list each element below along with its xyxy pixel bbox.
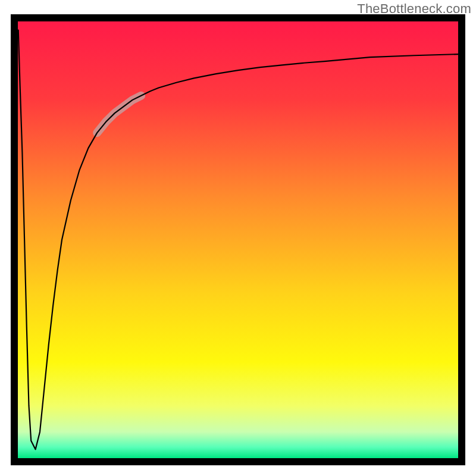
plot-frame [11, 14, 465, 465]
watermark-text: TheBottleneck.com [357, 1, 471, 17]
plot-area [18, 21, 458, 458]
chart-container: TheBottleneck.com [0, 0, 476, 476]
plot-svg [18, 21, 458, 458]
gradient-background [18, 21, 458, 458]
